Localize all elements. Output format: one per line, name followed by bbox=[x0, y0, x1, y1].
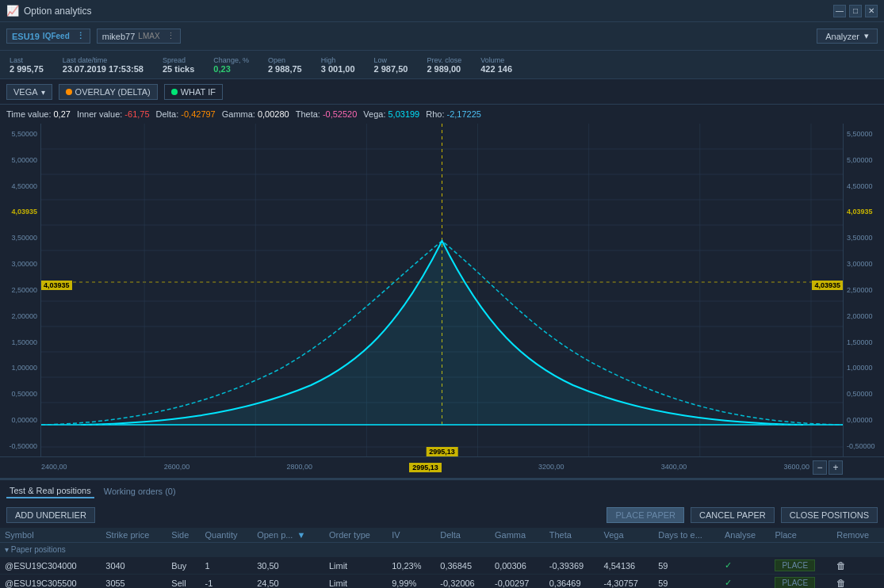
greek-innervalue-label: Inner value: bbox=[77, 109, 122, 119]
cell-gamma: 0,00306 bbox=[490, 557, 545, 575]
paper-positions-label: ▾ Paper positions bbox=[0, 543, 884, 557]
whatif-dot-icon bbox=[171, 89, 178, 95]
cell-ordertype: Limit bbox=[324, 557, 387, 575]
cell-symbol: @ESU19C305500 bbox=[0, 575, 101, 589]
greek-innervalue-value: -61,75 bbox=[124, 109, 149, 119]
stat-datetime-value: 23.07.2019 17:53:58 bbox=[63, 64, 144, 74]
cell-place[interactable]: PLACE bbox=[770, 557, 832, 575]
stat-open-value: 2 988,75 bbox=[268, 64, 302, 74]
group-header-paper: ▾ Paper positions bbox=[0, 543, 884, 557]
stat-low-value: 2 987,50 bbox=[374, 64, 408, 74]
maximize-button[interactable]: □ bbox=[849, 5, 862, 17]
table-row: @ESU19C304000 3040 Buy 1 30,50 Limit 10,… bbox=[0, 557, 884, 575]
whatif-label: WHAT IF bbox=[181, 87, 216, 97]
broker-select[interactable]: mikeb77 LMAX ⋮ bbox=[97, 29, 181, 44]
vega-label: VEGA bbox=[13, 87, 38, 97]
y-axis-right: 5,50000 5,00000 4,50000 4,03935 3,50000 … bbox=[843, 124, 884, 456]
instrument-select[interactable]: ESU19 IQFeed ⋮ bbox=[6, 29, 90, 44]
cell-openp: 30,50 bbox=[252, 557, 324, 575]
remove-row-button[interactable]: 🗑 bbox=[836, 560, 846, 571]
place-row-button[interactable]: PLACE bbox=[775, 559, 815, 571]
stat-last-value: 2 995,75 bbox=[10, 64, 44, 74]
col-daysto: Days to e... bbox=[653, 528, 720, 543]
overlay-dot-icon bbox=[66, 89, 72, 95]
vega-dropdown[interactable]: VEGA bbox=[6, 84, 52, 100]
stat-change-value: 0,23 bbox=[213, 64, 249, 74]
stat-volume: Volume 422 146 bbox=[480, 56, 512, 74]
cell-iv: 9,99% bbox=[387, 575, 435, 589]
cell-theta: -0,39369 bbox=[545, 557, 599, 575]
greek-gamma-label: Gamma: bbox=[222, 109, 255, 119]
overlay-button[interactable]: OVERLAY (DELTA) bbox=[59, 84, 158, 100]
stat-datetime: Last date/time 23.07.2019 17:53:58 bbox=[63, 56, 144, 74]
col-iv: IV bbox=[387, 528, 435, 543]
broker-feed: LMAX bbox=[138, 32, 159, 40]
chart-svg bbox=[41, 124, 843, 456]
greek-delta: Delta: -0,42797 bbox=[156, 109, 216, 119]
col-symbol: Symbol bbox=[0, 528, 101, 543]
greek-delta-value: -0,42797 bbox=[181, 109, 215, 119]
cell-delta: 0,36845 bbox=[435, 557, 490, 575]
title-bar-controls: — □ ✕ bbox=[833, 5, 878, 17]
cell-place[interactable]: PLACE bbox=[770, 575, 832, 589]
remove-row-button[interactable]: 🗑 bbox=[836, 578, 846, 589]
cell-qty: 1 bbox=[201, 557, 253, 575]
zoom-out-button[interactable]: − bbox=[813, 460, 827, 475]
col-ordertype: Order type bbox=[324, 528, 387, 543]
stats-bar: Last 2 995,75 Last date/time 23.07.2019 … bbox=[0, 51, 884, 79]
cancel-paper-button[interactable]: CANCEL PAPER bbox=[691, 507, 775, 523]
greek-timevalue-label: Time value: bbox=[6, 109, 51, 119]
greek-vega-value: 5,03199 bbox=[388, 109, 419, 119]
greek-timevalue: Time value: 0,27 bbox=[6, 109, 71, 119]
greek-theta-label: Theta: bbox=[296, 109, 320, 119]
filter-icon[interactable]: ▼ bbox=[297, 530, 305, 540]
instrument-symbol: ESU19 bbox=[12, 32, 40, 41]
tab-working-orders[interactable]: Working orders (0) bbox=[101, 485, 179, 498]
price-level-label-left: 4,03935 bbox=[41, 281, 72, 290]
col-analyse: Analyse bbox=[720, 528, 770, 543]
chart-area: 5,50000 5,00000 4,50000 4,03935 3,50000 … bbox=[0, 124, 884, 456]
cell-vega: 4,54136 bbox=[599, 557, 653, 575]
greek-vega: Vega: 5,03199 bbox=[363, 109, 419, 119]
overlay-label: OVERLAY (DELTA) bbox=[75, 87, 151, 97]
instrument-menu-icon[interactable]: ⋮ bbox=[76, 31, 85, 41]
cell-strike: 3040 bbox=[101, 557, 166, 575]
top-bar: ESU19 IQFeed ⋮ mikeb77 LMAX ⋮ Analyzer ▾ bbox=[0, 22, 884, 51]
place-paper-button[interactable]: PLACE PAPER bbox=[607, 507, 684, 523]
whatif-button[interactable]: WHAT IF bbox=[164, 84, 223, 100]
col-quantity: Quantity bbox=[201, 528, 253, 543]
stat-volume-label: Volume bbox=[480, 56, 512, 64]
greek-theta: Theta: -0,52520 bbox=[296, 109, 358, 119]
cell-side: Buy bbox=[166, 557, 200, 575]
instrument-feed: IQFeed bbox=[43, 32, 70, 40]
zoom-in-button[interactable]: + bbox=[829, 460, 843, 475]
tab-test-real[interactable]: Test & Real positions bbox=[6, 484, 94, 498]
price-level-label-right: 4,03935 bbox=[812, 281, 843, 290]
broker-menu-icon[interactable]: ⋮ bbox=[166, 31, 175, 41]
stat-last: Last 2 995,75 bbox=[10, 56, 44, 74]
close-button[interactable]: ✕ bbox=[865, 5, 878, 17]
x-price-indicator: 2995,13 bbox=[426, 447, 458, 456]
cell-remove[interactable]: 🗑 bbox=[832, 557, 884, 575]
close-positions-button[interactable]: CLOSE POSITIONS bbox=[781, 507, 878, 523]
positions-tabs: Test & Real positions Working orders (0) bbox=[0, 479, 884, 502]
vega-chevron-icon bbox=[41, 87, 45, 97]
stat-high-value: 3 001,00 bbox=[321, 64, 355, 74]
greeks-bar: Time value: 0,27 Inner value: -61,75 Del… bbox=[0, 105, 884, 124]
col-place: Place bbox=[770, 528, 832, 543]
add-underlier-button[interactable]: ADD UNDERLIER bbox=[6, 507, 95, 523]
cell-remove[interactable]: 🗑 bbox=[832, 575, 884, 589]
place-row-button[interactable]: PLACE bbox=[775, 577, 815, 588]
analyzer-chevron-icon: ▾ bbox=[864, 31, 869, 41]
cell-side: Sell bbox=[166, 575, 200, 589]
stat-last-label: Last bbox=[10, 56, 44, 64]
analyzer-select[interactable]: Analyzer ▾ bbox=[817, 29, 878, 44]
cell-symbol: @ESU19C304000 bbox=[0, 557, 101, 575]
stat-low: Low 2 987,50 bbox=[374, 56, 408, 74]
minimize-button[interactable]: — bbox=[833, 5, 846, 17]
stat-open: Open 2 988,75 bbox=[268, 56, 302, 74]
stat-high: High 3 001,00 bbox=[321, 56, 355, 74]
stat-spread: Spread 25 ticks bbox=[163, 56, 194, 74]
greek-innervalue: Inner value: -61,75 bbox=[77, 109, 150, 119]
col-side: Side bbox=[166, 528, 200, 543]
